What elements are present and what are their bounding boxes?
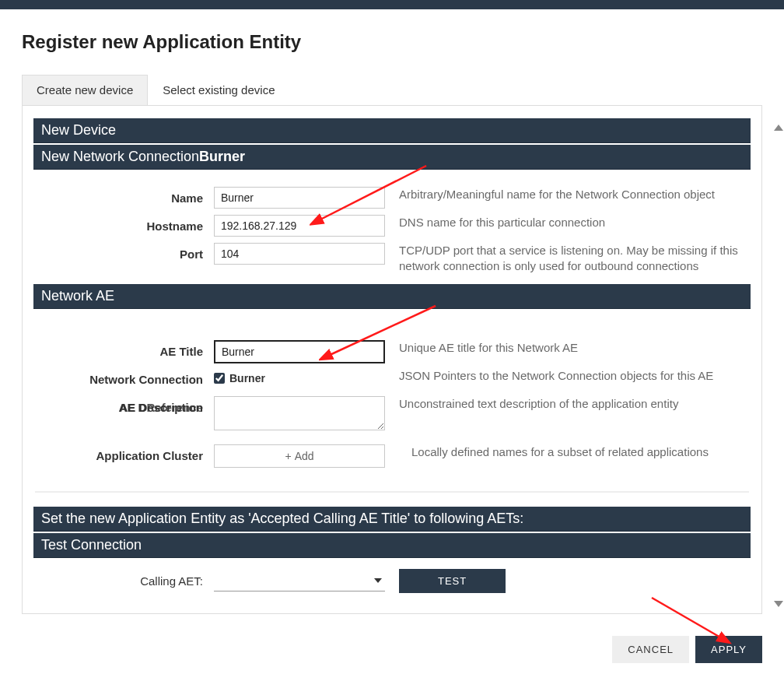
label-application-cluster: Application Cluster: [37, 444, 214, 468]
plus-icon: +: [285, 450, 291, 462]
name-input[interactable]: [214, 187, 385, 209]
section-new-conn-name: Burner: [199, 149, 245, 164]
ae-description-input[interactable]: [214, 396, 385, 430]
add-label: Add: [295, 450, 314, 462]
tabs: Create new device Select existing device: [22, 75, 762, 105]
help-port: TCP/UDP port that a service is listening…: [385, 243, 747, 275]
ae-title-input[interactable]: [214, 340, 385, 363]
label-port: Port: [37, 243, 214, 266]
help-ae-description: Unconstrained text description of the ap…: [385, 396, 747, 412]
label-hostname: Hostname: [37, 215, 214, 238]
hostname-input[interactable]: [214, 215, 385, 237]
help-hostname: DNS name for this particular connection: [385, 215, 747, 230]
calling-aet-select[interactable]: [214, 570, 385, 591]
section-new-device: New Device: [33, 118, 751, 143]
label-name: Name: [37, 187, 214, 210]
test-button[interactable]: TEST: [399, 569, 506, 593]
top-bar: [0, 0, 784, 9]
section-network-ae: Network AE: [33, 284, 751, 309]
section-accepted-ae: Set the new Application Entity as 'Accep…: [33, 507, 751, 532]
tab-select-existing-device[interactable]: Select existing device: [148, 75, 289, 105]
page-title: Register new Application Entity: [22, 31, 762, 53]
port-input[interactable]: [214, 243, 385, 265]
help-name: Arbitrary/Meaningful name for the Networ…: [385, 187, 747, 202]
cancel-button[interactable]: CANCEL: [612, 636, 689, 663]
application-cluster-add-button[interactable]: +Add: [214, 444, 385, 468]
tab-create-new-device[interactable]: Create new device: [22, 75, 148, 105]
chevron-down-icon: [374, 578, 382, 583]
network-connection-checkbox-label: Burner: [229, 372, 265, 384]
apply-button[interactable]: APPLY: [695, 636, 762, 663]
section-new-conn-prefix: New Network Connection: [41, 149, 199, 164]
label-calling-aet: Calling AET:: [37, 574, 214, 588]
label-ae-title: AE Title: [37, 340, 214, 363]
help-network-connection: JSON Pointers to the Network Connection …: [385, 368, 747, 384]
help-ae-title: Unique AE title for this Network AE: [385, 340, 747, 356]
section-new-network-connection: New Network ConnectionBurner: [33, 145, 751, 170]
divider: [35, 491, 749, 493]
section-test-connection: Test Connection: [33, 533, 751, 558]
help-application-cluster: Locally defined names for a subset of re…: [385, 444, 747, 460]
form-panel: New Device New Network ConnectionBurner …: [22, 105, 762, 614]
label-network-connection: Network Connection: [37, 368, 214, 391]
network-connection-checkbox[interactable]: [214, 373, 225, 384]
